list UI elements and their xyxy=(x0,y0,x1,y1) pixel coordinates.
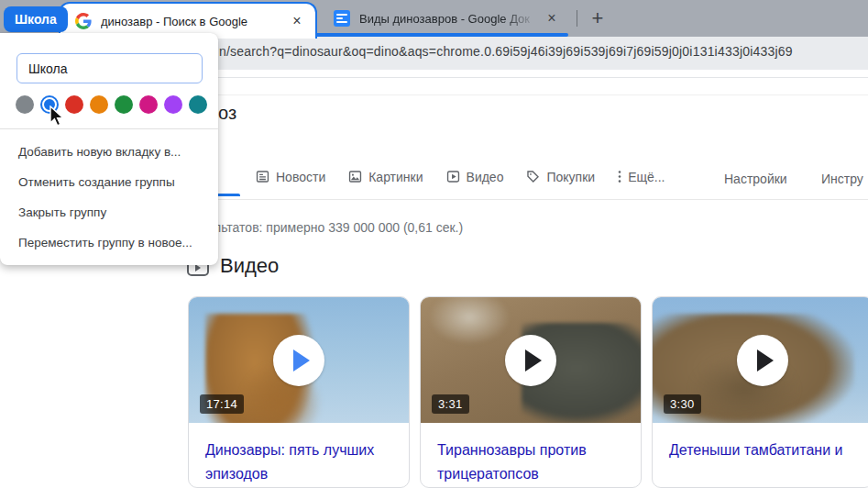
tag-icon xyxy=(525,169,541,184)
menu-items: Добавить новую вкладку в...Отменить созд… xyxy=(0,137,218,258)
serp-tab-label: Видео xyxy=(467,170,504,184)
video-thumbnail[interactable]: 17:14 xyxy=(189,297,409,423)
browser-window: Школа динозавр - Поиск в Google × Виды д… xyxy=(0,0,868,488)
image-icon xyxy=(347,169,363,184)
video-thumbnail[interactable]: 3:30 xyxy=(653,297,868,423)
tab-group-menu: Добавить новую вкладку в...Отменить созд… xyxy=(0,33,218,265)
close-tab-icon[interactable]: × xyxy=(288,12,306,30)
video-duration-badge: 3:30 xyxy=(664,394,701,414)
new-tab-button[interactable]: + xyxy=(585,6,610,31)
google-g-icon xyxy=(75,13,92,29)
play-button-icon[interactable] xyxy=(273,335,324,386)
serp-tab-more-dots[interactable]: Ещё... xyxy=(617,169,665,184)
play-button-icon[interactable] xyxy=(737,335,788,386)
url-text: n/search?q=dinosaur&oq=dino&aqs=chrome.0… xyxy=(219,44,793,59)
video-title-link[interactable]: Динозавры: пять лучших эпизодов xyxy=(189,423,409,486)
tab-group-badge[interactable]: Школа xyxy=(4,6,68,32)
color-swatch-grey[interactable] xyxy=(16,95,34,114)
close-tab-icon[interactable]: × xyxy=(543,9,561,28)
more-dots-icon xyxy=(617,169,622,184)
group-color-swatches xyxy=(16,95,207,114)
video-duration-badge: 3:31 xyxy=(432,394,469,414)
video-title-link[interactable]: Тираннозавры против трицератопсов xyxy=(421,423,641,486)
video-result-card[interactable]: 17:14Динозавры: пять лучших эпизодов xyxy=(188,296,410,488)
video-icon xyxy=(445,169,461,184)
color-swatch-orange[interactable] xyxy=(90,95,108,114)
color-swatch-pink[interactable] xyxy=(139,95,158,114)
search-query-fragment: оз xyxy=(218,103,236,124)
menu-item[interactable]: Переместить группу в новое... xyxy=(0,227,218,258)
serp-tools-link[interactable]: Инстру xyxy=(821,172,863,186)
serp-settings-link[interactable]: Настройки xyxy=(724,172,787,186)
news-icon xyxy=(255,169,270,184)
menu-divider xyxy=(0,128,218,129)
tab-title: Виды динозавров - Google Док xyxy=(359,12,543,26)
menu-item[interactable]: Добавить новую вкладку в... xyxy=(0,137,218,167)
serp-nav-tabs: НовостиКартинкиВидеоПокупкиЕщё... xyxy=(255,169,665,184)
color-swatch-green[interactable] xyxy=(115,95,133,114)
video-title-link[interactable]: Детеныши тамбатитани и xyxy=(653,423,868,462)
video-thumbnail[interactable]: 3:31 xyxy=(421,297,641,423)
video-duration-badge: 17:14 xyxy=(200,394,244,414)
serp-tab-image[interactable]: Картинки xyxy=(347,169,423,184)
play-button-icon[interactable] xyxy=(505,335,556,386)
tab-title: динозавр - Поиск в Google xyxy=(101,15,288,28)
results-stats: льтатов: примерно 339 000 000 (0,61 сек.… xyxy=(214,220,463,235)
video-result-card[interactable]: 3:30Детеныши тамбатитани и xyxy=(652,296,868,488)
serp-tab-label: Новости xyxy=(276,170,325,184)
tab-google-docs[interactable]: Виды динозавров - Google Док × xyxy=(319,0,568,37)
tab-separator xyxy=(577,10,577,27)
serp-tab-news[interactable]: Новости xyxy=(255,169,325,184)
color-swatch-purple[interactable] xyxy=(164,95,182,114)
video-section-title: Видео xyxy=(220,254,279,278)
group-name-input[interactable] xyxy=(16,53,203,83)
menu-item[interactable]: Закрыть группу xyxy=(0,197,218,227)
mouse-cursor xyxy=(48,105,70,129)
serp-tab-video[interactable]: Видео xyxy=(445,169,504,184)
serp-tab-label: Картинки xyxy=(368,170,423,184)
color-swatch-cyan[interactable] xyxy=(189,95,207,114)
menu-item[interactable]: Отменить создание группы xyxy=(0,167,218,197)
serp-tab-label: Покупки xyxy=(546,170,595,184)
video-result-card[interactable]: 3:31Тираннозавры против трицератопсов xyxy=(420,296,642,488)
serp-tab-tag[interactable]: Покупки xyxy=(525,169,595,184)
serp-tab-label: Ещё... xyxy=(628,170,665,184)
google-docs-icon xyxy=(334,10,350,27)
